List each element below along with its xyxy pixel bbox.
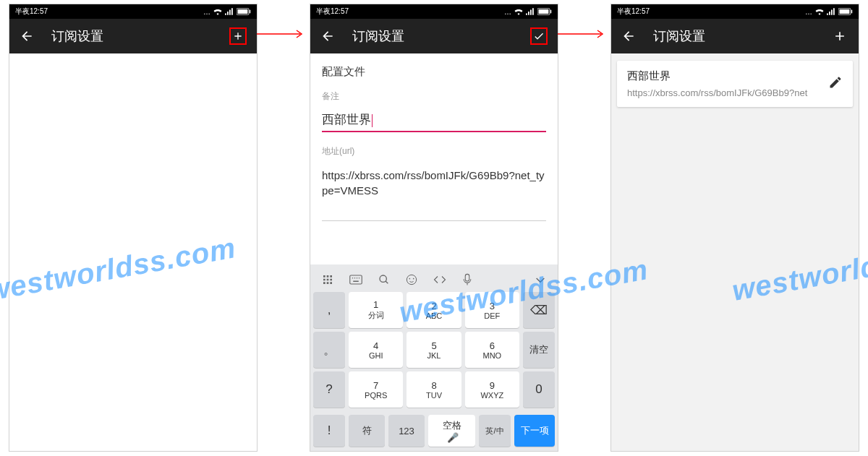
- app-bar-title: 订阅设置: [51, 27, 229, 45]
- add-button[interactable]: [229, 27, 247, 45]
- kb-code-icon[interactable]: [433, 275, 446, 285]
- status-bar: 半夜12:57 …: [9, 4, 257, 19]
- phone-screen-1: 半夜12:57 … 订阅设置: [9, 4, 258, 452]
- kb-search-icon[interactable]: [378, 274, 390, 285]
- key-clear[interactable]: 清空: [523, 332, 555, 368]
- svg-point-15: [413, 278, 414, 280]
- dots-icon: …: [203, 8, 210, 16]
- svg-rect-4: [539, 9, 549, 14]
- key-2[interactable]: 2ABC: [407, 292, 461, 328]
- key-symbol[interactable]: 符: [349, 415, 385, 447]
- url-input[interactable]: https://xbrss.com/rss/bomIJFk/G69Bb9?net…: [322, 163, 546, 221]
- phone-screen-2: 半夜12:57 … 订阅设置 配置文件 备注 西部世界 地址(url): [310, 4, 558, 452]
- key-1[interactable]: 1分词: [349, 292, 403, 328]
- status-icons: …: [203, 8, 251, 16]
- status-time: 半夜12:57: [15, 7, 48, 17]
- app-bar-title: 订阅设置: [653, 27, 831, 45]
- status-bar: 半夜12:57 …: [611, 4, 859, 19]
- key-period[interactable]: 。: [313, 332, 345, 368]
- key-lang[interactable]: 英/中: [479, 415, 511, 447]
- status-icons: …: [805, 8, 853, 16]
- wifi-icon: [514, 8, 523, 15]
- svg-point-14: [409, 278, 411, 280]
- dots-icon: …: [805, 8, 812, 16]
- key-backspace[interactable]: ⌫: [523, 292, 555, 328]
- key-next[interactable]: 下一项: [514, 415, 555, 447]
- url-label: 地址(url): [322, 145, 546, 158]
- status-icons: …: [504, 8, 552, 16]
- keyboard-toolbar: [313, 267, 555, 292]
- svg-rect-11: [353, 281, 359, 283]
- empty-content: [9, 53, 257, 451]
- key-8[interactable]: 8TUV: [407, 371, 461, 408]
- svg-rect-6: [350, 275, 362, 284]
- svg-point-9: [357, 278, 358, 279]
- back-button[interactable]: [621, 29, 636, 43]
- keyboard: , 1分词 2ABC 3DEF ⌫ 。 4GHI 5JKL 6MNO 清空 ? …: [310, 264, 558, 451]
- signal-icon: [225, 8, 234, 15]
- signal-icon: [526, 8, 535, 15]
- battery-icon: [838, 8, 853, 15]
- key-6[interactable]: 6MNO: [465, 332, 519, 368]
- edit-icon[interactable]: [828, 75, 843, 93]
- key-5[interactable]: 5JKL: [407, 332, 461, 368]
- app-bar: 订阅设置: [9, 19, 257, 53]
- add-button[interactable]: [831, 27, 848, 45]
- status-time: 半夜12:57: [316, 7, 349, 17]
- kb-collapse-icon[interactable]: [535, 276, 546, 283]
- key-exclaim[interactable]: !: [313, 415, 345, 447]
- text-cursor: [372, 114, 373, 127]
- battery-icon: [537, 8, 552, 15]
- key-9[interactable]: 9WXYZ: [465, 371, 519, 408]
- key-space[interactable]: 空格 🎤: [428, 415, 475, 447]
- wifi-icon: [815, 8, 824, 15]
- svg-point-7: [352, 278, 354, 279]
- svg-point-8: [354, 278, 356, 279]
- key-num-switch[interactable]: 123: [388, 415, 425, 447]
- key-zero[interactable]: 0: [523, 371, 555, 408]
- phone-screen-3: 半夜12:57 … 订阅设置 西部世界 https://xbrss.com/rs…: [610, 4, 859, 452]
- svg-rect-1: [238, 9, 248, 14]
- app-bar: 订阅设置: [611, 19, 859, 53]
- card-url: https://xbrss.com/rss/bomIJFk/G69Bb9?net: [627, 87, 828, 98]
- section-title: 配置文件: [322, 65, 546, 79]
- svg-rect-2: [250, 10, 251, 14]
- key-7[interactable]: 7PQRS: [349, 371, 403, 408]
- form-content: 配置文件 备注 西部世界 地址(url) https://xbrss.com/r…: [310, 53, 558, 264]
- signal-icon: [827, 8, 835, 15]
- arrow-1: [257, 29, 307, 39]
- key-question[interactable]: ?: [313, 371, 345, 408]
- status-bar: 半夜12:57 …: [310, 4, 558, 19]
- back-button[interactable]: [20, 29, 34, 43]
- confirm-button[interactable]: [530, 27, 548, 45]
- card-title: 西部世界: [627, 69, 828, 83]
- battery-icon: [237, 8, 251, 15]
- kb-emoji-icon[interactable]: [406, 274, 417, 285]
- mic-small-icon: 🎤: [447, 432, 459, 443]
- app-bar-title: 订阅设置: [352, 27, 530, 45]
- status-time: 半夜12:57: [617, 7, 650, 17]
- wifi-icon: [213, 8, 222, 15]
- remark-label: 备注: [322, 90, 546, 103]
- remark-input[interactable]: 西部世界: [322, 108, 546, 132]
- app-bar: 订阅设置: [310, 19, 558, 53]
- kb-keyboard-icon[interactable]: [349, 275, 362, 285]
- svg-point-10: [359, 278, 360, 279]
- back-button[interactable]: [320, 29, 335, 43]
- svg-rect-18: [840, 9, 850, 14]
- svg-point-12: [380, 275, 386, 282]
- svg-rect-5: [550, 10, 552, 14]
- kb-mic-icon[interactable]: [462, 273, 472, 286]
- key-4[interactable]: 4GHI: [349, 332, 403, 368]
- svg-rect-19: [851, 10, 853, 14]
- list-content: 西部世界 https://xbrss.com/rss/bomIJFk/G69Bb…: [611, 53, 859, 451]
- subscription-card[interactable]: 西部世界 https://xbrss.com/rss/bomIJFk/G69Bb…: [617, 61, 853, 107]
- kb-grid-icon[interactable]: [322, 274, 333, 285]
- key-comma[interactable]: ,: [313, 292, 345, 328]
- dots-icon: …: [504, 8, 511, 16]
- svg-point-13: [407, 275, 416, 284]
- svg-rect-16: [465, 274, 469, 281]
- key-3[interactable]: 3DEF: [465, 292, 519, 328]
- arrow-2: [558, 29, 608, 39]
